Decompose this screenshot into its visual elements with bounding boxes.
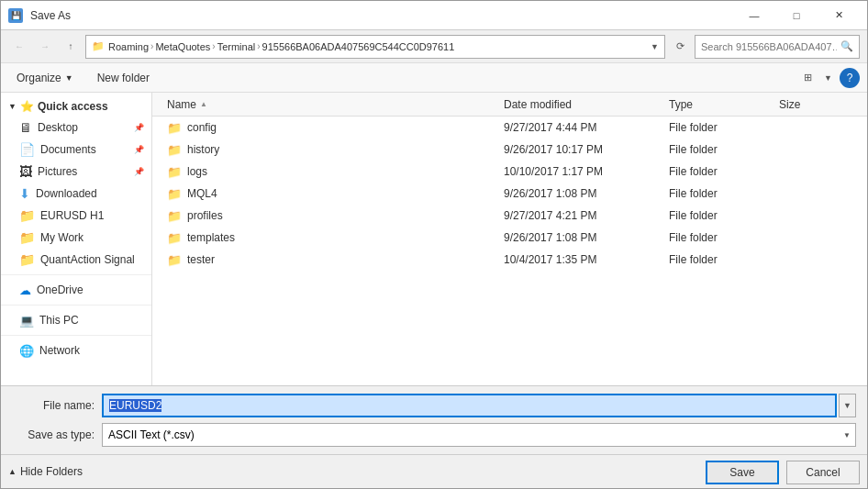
refresh-button[interactable]: ⟳ (669, 36, 691, 58)
maximize-button[interactable]: □ (775, 1, 818, 30)
save-as-dialog: 💾 Save As — □ ✕ ← → ↑ 📁 Roaming › MetaQu… (0, 0, 868, 489)
window-icon: 💾 (8, 8, 23, 23)
folder-icon-tester: 📁 (167, 253, 182, 267)
savetype-select-wrapper[interactable]: ASCII Text (*.csv) (102, 423, 856, 447)
sidebar-item-eurusd-label: EURUSD H1 (40, 209, 104, 222)
sidebar: ▼ ⭐ Quick access 🖥 Desktop 📌 📄 Documents… (1, 93, 152, 385)
file-name-cell: 📁 templates (167, 231, 504, 245)
sidebar-item-downloaded[interactable]: ⬇ Downloaded (1, 183, 151, 205)
quick-access-label: Quick access (38, 100, 108, 113)
file-name-cell: 📁 MQL4 (167, 187, 504, 201)
up-button[interactable]: ↑ (60, 36, 82, 58)
save-button[interactable]: Save (706, 461, 779, 484)
action-bar: Organize ▼ New folder ⊞ ▼ ? (1, 63, 867, 93)
pin-icon-pictures: 📌 (134, 167, 144, 176)
col-name[interactable]: Name ▲ (167, 98, 504, 111)
dropdown-arrow-address[interactable]: ▼ (651, 42, 659, 51)
file-list: 📁 config 9/27/2017 4:44 PM File folder 📁… (152, 117, 867, 385)
file-type-tester: File folder (669, 253, 779, 266)
column-header: Name ▲ Date modified Type Size (152, 93, 867, 117)
breadcrumb-roaming: Roaming (108, 41, 149, 52)
file-type-history: File folder (669, 143, 779, 156)
file-date-profiles: 9/27/2017 4:21 PM (504, 209, 669, 222)
search-icon: 🔍 (840, 40, 853, 52)
breadcrumb-metaquotes: MetaQuotes (155, 41, 210, 52)
onedrive-icon: ☁ (19, 283, 31, 297)
sidebar-item-mywork-label: My Work (40, 231, 83, 244)
col-type-label: Type (669, 98, 693, 111)
save-button-wrapper: Save (706, 461, 779, 484)
sidebar-item-network[interactable]: 🌐 Network (1, 339, 151, 361)
sidebar-item-downloaded-label: Downloaded (36, 187, 97, 200)
sidebar-item-quantaction-label: QuantAction Signal (40, 253, 135, 266)
forward-button[interactable]: → (34, 36, 56, 58)
sidebar-item-desktop-label: Desktop (38, 121, 78, 134)
quantaction-icon: 📁 (19, 252, 35, 267)
table-row[interactable]: 📁 history 9/26/2017 10:17 PM File folder (152, 139, 867, 161)
col-size[interactable]: Size (779, 98, 852, 111)
sidebar-item-onedrive[interactable]: ☁ OneDrive (1, 279, 151, 301)
table-row[interactable]: 📁 MQL4 9/26/2017 1:08 PM File folder (152, 183, 867, 205)
table-row[interactable]: 📁 config 9/27/2017 4:44 PM File folder (152, 117, 867, 139)
sidebar-item-eurusd[interactable]: 📁 EURUSD H1 (1, 205, 151, 227)
savetype-select[interactable]: ASCII Text (*.csv) (102, 423, 856, 447)
sidebar-item-pictures[interactable]: 🖼 Pictures 📌 (1, 161, 151, 183)
quick-access-icon: ⭐ (20, 100, 34, 113)
search-box[interactable]: 🔍 (695, 35, 860, 59)
view-icon: ⊞ (804, 72, 812, 83)
pictures-icon: 🖼 (19, 164, 32, 179)
savetype-row: Save as type: ASCII Text (*.csv) (12, 423, 856, 447)
breadcrumb-terminal: Terminal (217, 41, 256, 52)
hide-folders-label: Hide Folders (20, 465, 83, 478)
view-dropdown-arrow[interactable]: ▼ (824, 73, 832, 83)
bottom-form: File name: ▼ Save as type: ASCII Text (*… (1, 385, 867, 454)
folder-icon-templates: 📁 (167, 231, 182, 245)
sidebar-item-documents-label: Documents (40, 143, 96, 156)
organize-button[interactable]: Organize ▼ (8, 68, 82, 88)
sidebar-item-network-label: Network (39, 344, 80, 357)
sidebar-divider-1 (1, 274, 151, 275)
sidebar-item-documents[interactable]: 📄 Documents 📌 (1, 139, 151, 161)
sidebar-item-mywork[interactable]: 📁 My Work (1, 227, 151, 249)
filename-dropdown-arrow[interactable]: ▼ (839, 394, 856, 417)
minimize-button[interactable]: — (733, 1, 775, 30)
table-row[interactable]: 📁 templates 9/26/2017 1:08 PM File folde… (152, 227, 867, 249)
window-title: Save As (30, 9, 71, 22)
file-name-mql4: MQL4 (187, 187, 217, 200)
quick-access-header[interactable]: ▼ ⭐ Quick access (1, 96, 151, 117)
filename-input[interactable] (102, 394, 837, 417)
mywork-icon: 📁 (19, 230, 35, 245)
file-date-mql4: 9/26/2017 1:08 PM (504, 187, 669, 200)
back-button[interactable]: ← (8, 36, 30, 58)
col-type[interactable]: Type (669, 98, 779, 111)
savetype-label: Save as type: (12, 428, 95, 441)
new-folder-button[interactable]: New folder (89, 68, 158, 88)
address-bar[interactable]: 📁 Roaming › MetaQuotes › Terminal › 9155… (85, 35, 665, 59)
col-date[interactable]: Date modified (504, 98, 669, 111)
help-button[interactable]: ? (840, 68, 860, 88)
table-row[interactable]: 📁 profiles 9/27/2017 4:21 PM File folder (152, 205, 867, 227)
filename-row: File name: ▼ (12, 394, 856, 417)
sidebar-divider-2 (1, 305, 151, 306)
sidebar-item-thispc-label: This PC (39, 314, 79, 327)
title-bar-left: 💾 Save As (8, 8, 71, 23)
title-bar: 💾 Save As — □ ✕ (1, 1, 867, 30)
desktop-icon: 🖥 (19, 120, 32, 135)
sidebar-item-quantaction[interactable]: 📁 QuantAction Signal (1, 249, 151, 271)
file-name-history: history (187, 143, 219, 156)
file-name-cell: 📁 logs (167, 165, 504, 179)
file-name-tester: tester (187, 253, 215, 266)
sidebar-item-onedrive-label: OneDrive (37, 283, 83, 296)
close-button[interactable]: ✕ (818, 1, 860, 30)
organize-label: Organize (17, 72, 61, 84)
sidebar-item-thispc[interactable]: 💻 This PC (1, 309, 151, 331)
search-input[interactable] (701, 41, 837, 52)
sidebar-item-desktop[interactable]: 🖥 Desktop 📌 (1, 117, 151, 139)
file-name-profiles: profiles (187, 209, 223, 222)
view-button[interactable]: ⊞ (795, 67, 820, 89)
cancel-button[interactable]: Cancel (786, 461, 860, 484)
table-row[interactable]: 📁 tester 10/4/2017 1:35 PM File folder (152, 249, 867, 271)
documents-icon: 📄 (19, 142, 35, 157)
hide-folders-button[interactable]: ▲ Hide Folders (8, 465, 83, 478)
table-row[interactable]: 📁 logs 10/10/2017 1:17 PM File folder (152, 161, 867, 183)
